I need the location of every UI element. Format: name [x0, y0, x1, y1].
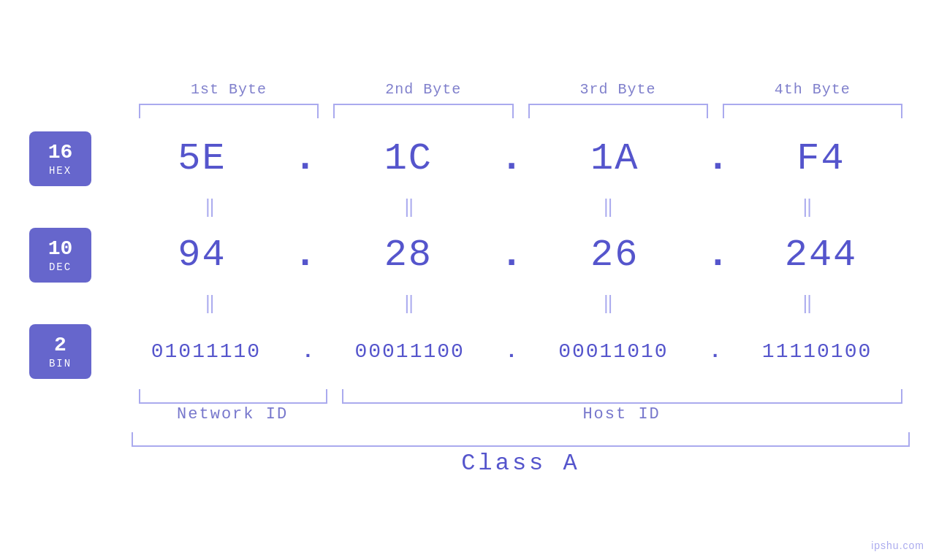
hex-dot-3: . — [707, 137, 729, 180]
bin-base-number: 2 — [54, 333, 66, 358]
dec-section: 10 DEC 94 . 28 . 26 . 244 — [29, 228, 910, 283]
equals-7: ‖ — [512, 293, 711, 314]
bin-base-label: BIN — [49, 358, 72, 369]
host-id-label: Host ID — [341, 405, 902, 423]
byte-header-1: 1st Byte — [132, 81, 326, 98]
dec-byte-1: 94 — [113, 234, 291, 277]
byte-header-4: 4th Byte — [715, 81, 910, 98]
class-label: Class A — [132, 450, 910, 477]
bin-bytes-row: 01011110 . 00011100 . 00011010 . 1111010… — [113, 340, 910, 363]
dec-dot-2: . — [500, 234, 522, 277]
dec-badge: 10 DEC — [29, 228, 91, 283]
bin-section: 2 BIN 01011110 . 00011100 . 00011010 . 1… — [29, 324, 910, 379]
bracket-4 — [723, 104, 902, 118]
bracket-2 — [333, 104, 513, 118]
bin-dot-2: . — [506, 340, 518, 363]
equals-2: ‖ — [313, 196, 512, 218]
dec-base-number: 10 — [48, 237, 73, 261]
hex-section: 16 HEX 5E . 1C . 1A . F4 — [29, 131, 910, 186]
hex-dot-2: . — [500, 137, 522, 180]
bracket-3 — [528, 104, 708, 118]
hex-base-number: 16 — [48, 140, 73, 165]
bin-byte-4: 11110100 — [724, 340, 910, 363]
dec-dot-1: . — [294, 234, 316, 277]
hex-badge: 16 HEX — [29, 131, 91, 186]
equals-5: ‖ — [113, 293, 313, 314]
hex-byte-3: 1A — [526, 137, 704, 180]
bin-dot-1: . — [302, 340, 314, 363]
equals-3: ‖ — [512, 196, 711, 218]
hex-bytes-row: 5E . 1C . 1A . F4 — [113, 137, 910, 180]
hex-dot-1: . — [294, 137, 316, 180]
bin-byte-3: 00011010 — [520, 340, 706, 363]
dec-byte-4: 244 — [732, 234, 910, 277]
top-brackets — [29, 104, 910, 118]
bin-badge: 2 BIN — [29, 324, 91, 379]
class-bracket — [132, 432, 910, 447]
class-label-row: Class A — [29, 450, 910, 477]
equals-row-1: ‖ ‖ ‖ ‖ — [29, 196, 910, 218]
byte-header-2: 2nd Byte — [326, 81, 520, 98]
watermark: ipshu.com — [871, 540, 924, 551]
dec-byte-3: 26 — [526, 234, 704, 277]
dec-byte-2: 28 — [319, 234, 497, 277]
hex-byte-2: 1C — [319, 137, 497, 180]
byte-header-3: 3rd Byte — [521, 81, 715, 98]
id-labels-row: Network ID Host ID — [29, 405, 910, 423]
bottom-brackets — [29, 389, 910, 404]
equals-1: ‖ — [113, 196, 313, 218]
equals-8: ‖ — [711, 293, 911, 314]
byte-headers: 1st Byte 2nd Byte 3rd Byte 4th Byte — [29, 81, 910, 98]
hex-base-label: HEX — [49, 165, 72, 177]
main-container: 1st Byte 2nd Byte 3rd Byte 4th Byte 16 H… — [0, 0, 939, 560]
equals-6: ‖ — [313, 293, 512, 314]
bin-byte-2: 00011100 — [317, 340, 503, 363]
equals-4: ‖ — [711, 196, 911, 218]
hex-byte-4: F4 — [732, 137, 910, 180]
bin-byte-1: 01011110 — [113, 340, 299, 363]
bin-dot-3: . — [709, 340, 721, 363]
hex-byte-1: 5E — [113, 137, 291, 180]
dec-bytes-row: 94 . 28 . 26 . 244 — [113, 234, 910, 277]
equals-row-2: ‖ ‖ ‖ ‖ — [29, 293, 910, 314]
bracket-1 — [139, 104, 319, 118]
network-bracket — [139, 389, 327, 404]
host-bracket — [342, 389, 902, 404]
network-id-label: Network ID — [139, 405, 326, 423]
dec-base-label: DEC — [49, 261, 72, 273]
dec-dot-3: . — [707, 234, 729, 277]
class-bracket-row — [29, 432, 910, 447]
